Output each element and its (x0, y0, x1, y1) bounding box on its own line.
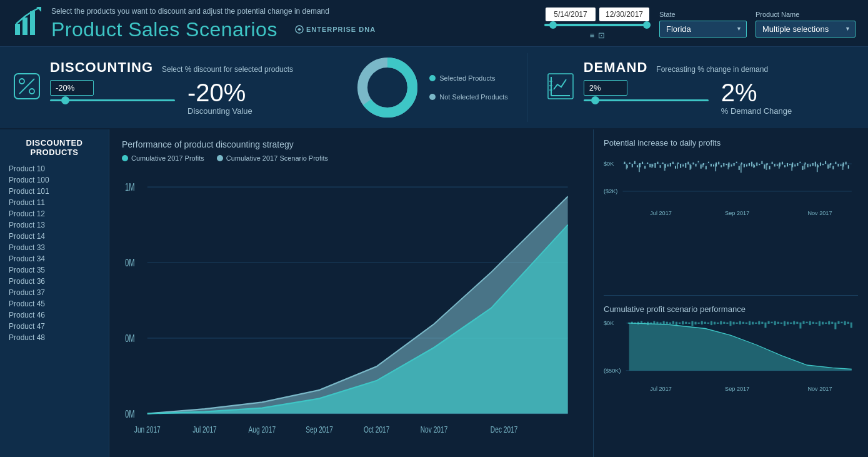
svg-rect-128 (664, 164, 666, 171)
svg-rect-139 (804, 164, 806, 169)
state-filter: State Florida California Texas (659, 11, 747, 38)
svg-rect-200 (787, 322, 789, 324)
svg-point-6 (19, 79, 24, 84)
top-mini-chart-svg: $0K ($2K) (604, 150, 858, 219)
svg-rect-65 (698, 161, 699, 163)
product-select[interactable]: Multiple selections Product 10 Product 1… (756, 21, 856, 38)
left-panel: DISCOUNTEDPRODUCTS Product 10Product 100… (0, 129, 109, 457)
svg-rect-158 (653, 321, 655, 324)
list-item[interactable]: Product 100 (6, 174, 102, 186)
legend-dot-2 (217, 155, 223, 161)
slider-icon-left[interactable]: ≡ (590, 31, 595, 40)
list-item[interactable]: Product 37 (6, 287, 102, 298)
date-start[interactable]: 5/14/2017 (546, 8, 596, 21)
svg-rect-176 (711, 321, 712, 326)
svg-rect-51 (662, 163, 664, 164)
list-item[interactable]: Product 48 (6, 332, 102, 343)
list-item[interactable]: Product 35 (6, 264, 102, 276)
svg-rect-71 (713, 164, 714, 166)
metrics-bar: DISCOUNTING Select % discount for select… (0, 47, 868, 129)
discounting-desc: Select % discount for selected products (162, 65, 293, 74)
list-item[interactable]: Product 45 (6, 298, 102, 309)
header: Select the products you want to discount… (0, 0, 868, 47)
svg-rect-119 (835, 162, 836, 164)
demand-content: DEMAND Forecasting % change in demand 2%… (584, 59, 856, 116)
svg-rect-215 (834, 323, 836, 329)
svg-rect-197 (777, 322, 779, 324)
list-item[interactable]: Product 12 (6, 208, 102, 219)
svg-rect-193 (764, 323, 766, 328)
legend-dot-1 (122, 155, 128, 161)
product-list[interactable]: Product 10Product 100Product 101Product … (6, 163, 102, 453)
svg-rect-99 (784, 165, 786, 167)
logo-area: Select the products you want to discount… (12, 6, 376, 41)
svg-rect-90 (761, 161, 762, 164)
svg-rect-210 (819, 321, 821, 326)
svg-rect-164 (672, 321, 674, 324)
svg-rect-54 (670, 163, 671, 167)
svg-rect-204 (799, 323, 801, 329)
svg-rect-40 (634, 161, 636, 164)
svg-text:Nov 2017: Nov 2017 (421, 424, 448, 435)
svg-rect-159 (656, 322, 658, 324)
center-chart: Performance of product discounting strat… (109, 129, 593, 457)
list-item[interactable]: Product 10 (6, 163, 102, 174)
list-item[interactable]: Product 47 (6, 321, 102, 332)
list-item[interactable]: Product 46 (6, 309, 102, 321)
svg-rect-101 (789, 164, 791, 165)
svg-text:1M: 1M (125, 181, 135, 193)
svg-text:0M: 0M (125, 257, 135, 269)
state-select[interactable]: Florida California Texas (659, 21, 747, 38)
product-filter: Product Name Multiple selections Product… (756, 11, 856, 38)
svg-rect-2 (30, 11, 35, 35)
svg-rect-115 (825, 161, 826, 164)
svg-rect-80 (736, 162, 737, 163)
svg-rect-216 (837, 321, 839, 324)
list-item[interactable]: Product 101 (6, 186, 102, 197)
svg-rect-96 (777, 164, 778, 166)
svg-rect-84 (746, 164, 747, 166)
svg-rect-185 (739, 321, 741, 324)
svg-rect-60 (685, 163, 686, 168)
svg-rect-66 (701, 164, 702, 169)
brand-label: ENTERPRISE DNA (295, 25, 376, 34)
svg-rect-73 (718, 162, 719, 164)
svg-rect-43 (642, 162, 643, 164)
svg-rect-209 (816, 323, 817, 324)
donut-labels: Selected Products Not Selected Products (429, 74, 507, 101)
svg-rect-118 (832, 166, 834, 169)
list-item[interactable]: Product 36 (6, 276, 102, 287)
bottom-mini-chart-svg: $0K ($50K) (604, 316, 858, 398)
list-item[interactable]: Product 11 (6, 197, 102, 208)
svg-point-7 (29, 89, 34, 94)
svg-rect-140 (817, 164, 818, 172)
svg-rect-39 (632, 164, 633, 168)
svg-rect-208 (812, 322, 814, 324)
svg-text:Aug 2017: Aug 2017 (248, 424, 276, 435)
svg-rect-205 (802, 321, 804, 324)
svg-rect-70 (711, 164, 712, 166)
svg-text:Sep 2017: Sep 2017 (306, 424, 333, 435)
title-block: Select the products you want to discount… (51, 7, 376, 41)
svg-rect-137 (779, 164, 780, 169)
discount-icon (12, 72, 41, 103)
list-item[interactable]: Product 34 (6, 253, 102, 264)
date-end[interactable]: 12/30/2017 (599, 8, 649, 21)
svg-rect-217 (841, 322, 843, 323)
svg-rect-76 (726, 164, 727, 165)
list-item[interactable]: Product 13 (6, 219, 102, 231)
svg-rect-53 (667, 164, 669, 166)
svg-rect-133 (727, 164, 729, 169)
demand-input[interactable] (584, 80, 627, 96)
list-item[interactable]: Product 33 (6, 242, 102, 253)
svg-text:$0K: $0K (604, 160, 614, 167)
discount-input[interactable] (50, 80, 94, 96)
svg-rect-109 (810, 164, 811, 166)
svg-rect-175 (707, 323, 709, 324)
divider (604, 295, 858, 296)
svg-rect-132 (715, 164, 716, 171)
discounting-title: DISCOUNTING (50, 59, 153, 76)
list-item[interactable]: Product 14 (6, 231, 102, 242)
svg-rect-212 (825, 323, 827, 324)
slider-icon-right[interactable]: ⊡ (598, 31, 605, 40)
